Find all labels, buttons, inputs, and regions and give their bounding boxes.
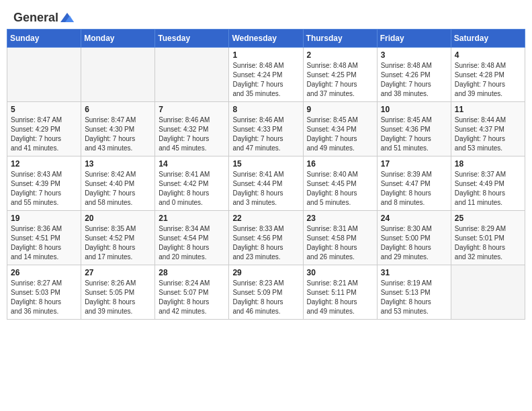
day-number: 13 bbox=[85, 159, 151, 169]
page-header: General bbox=[0, 0, 532, 29]
day-number: 4 bbox=[455, 50, 521, 60]
calendar-cell: 20Sunrise: 8:35 AMSunset: 4:52 PMDayligh… bbox=[81, 211, 155, 265]
calendar-week-row: 5Sunrise: 8:47 AMSunset: 4:29 PMDaylight… bbox=[7, 102, 525, 156]
day-number: 18 bbox=[455, 159, 521, 169]
day-number: 8 bbox=[232, 105, 299, 114]
day-number: 24 bbox=[381, 214, 447, 223]
weekday-header-saturday: Saturday bbox=[451, 30, 525, 48]
calendar-cell: 22Sunrise: 8:33 AMSunset: 4:56 PMDayligh… bbox=[229, 211, 303, 265]
day-number: 27 bbox=[85, 268, 151, 277]
calendar-header-row: SundayMondayTuesdayWednesdayThursdayFrid… bbox=[7, 30, 525, 48]
calendar-cell: 19Sunrise: 8:36 AMSunset: 4:51 PMDayligh… bbox=[7, 211, 81, 265]
day-number: 10 bbox=[381, 105, 447, 114]
calendar-cell bbox=[7, 48, 81, 102]
calendar-cell: 25Sunrise: 8:29 AMSunset: 5:01 PMDayligh… bbox=[451, 211, 525, 265]
calendar-cell: 30Sunrise: 8:21 AMSunset: 5:11 PMDayligh… bbox=[303, 265, 377, 320]
day-number: 1 bbox=[232, 50, 299, 60]
calendar-cell: 31Sunrise: 8:19 AMSunset: 5:13 PMDayligh… bbox=[377, 265, 451, 320]
day-info: Sunrise: 8:39 AMSunset: 4:47 PMDaylight:… bbox=[381, 170, 447, 208]
day-info: Sunrise: 8:35 AMSunset: 4:52 PMDaylight:… bbox=[85, 224, 151, 262]
weekday-header-wednesday: Wednesday bbox=[229, 30, 303, 48]
day-number: 29 bbox=[232, 268, 299, 277]
weekday-header-thursday: Thursday bbox=[303, 30, 377, 48]
calendar-cell: 14Sunrise: 8:41 AMSunset: 4:42 PMDayligh… bbox=[155, 156, 229, 211]
day-info: Sunrise: 8:48 AMSunset: 4:24 PMDaylight:… bbox=[232, 61, 299, 99]
day-info: Sunrise: 8:47 AMSunset: 4:29 PMDaylight:… bbox=[11, 116, 77, 153]
day-number: 30 bbox=[307, 268, 373, 277]
calendar-week-row: 12Sunrise: 8:43 AMSunset: 4:39 PMDayligh… bbox=[7, 156, 525, 211]
day-number: 2 bbox=[307, 50, 373, 60]
day-number: 15 bbox=[232, 159, 299, 169]
calendar-cell: 17Sunrise: 8:39 AMSunset: 4:47 PMDayligh… bbox=[377, 156, 451, 211]
weekday-header-tuesday: Tuesday bbox=[155, 30, 229, 48]
day-info: Sunrise: 8:48 AMSunset: 4:25 PMDaylight:… bbox=[307, 61, 373, 99]
day-number: 9 bbox=[307, 105, 373, 114]
weekday-header-sunday: Sunday bbox=[7, 30, 81, 48]
day-number: 11 bbox=[455, 105, 521, 114]
day-info: Sunrise: 8:41 AMSunset: 4:44 PMDaylight:… bbox=[232, 170, 299, 208]
calendar-cell bbox=[155, 48, 229, 102]
day-number: 16 bbox=[307, 159, 373, 169]
calendar-cell bbox=[451, 265, 525, 320]
day-info: Sunrise: 8:45 AMSunset: 4:36 PMDaylight:… bbox=[381, 116, 447, 153]
day-info: Sunrise: 8:27 AMSunset: 5:03 PMDaylight:… bbox=[11, 279, 77, 316]
day-info: Sunrise: 8:30 AMSunset: 5:00 PMDaylight:… bbox=[381, 224, 447, 262]
calendar-cell: 26Sunrise: 8:27 AMSunset: 5:03 PMDayligh… bbox=[7, 265, 81, 320]
day-info: Sunrise: 8:40 AMSunset: 4:45 PMDaylight:… bbox=[307, 170, 373, 208]
day-info: Sunrise: 8:33 AMSunset: 4:56 PMDaylight:… bbox=[232, 224, 299, 262]
calendar-table: SundayMondayTuesdayWednesdayThursdayFrid… bbox=[7, 29, 525, 320]
calendar-cell: 15Sunrise: 8:41 AMSunset: 4:44 PMDayligh… bbox=[229, 156, 303, 211]
calendar-cell: 7Sunrise: 8:46 AMSunset: 4:32 PMDaylight… bbox=[155, 102, 229, 156]
day-number: 14 bbox=[159, 159, 225, 169]
logo-icon bbox=[60, 13, 74, 22]
calendar-week-row: 1Sunrise: 8:48 AMSunset: 4:24 PMDaylight… bbox=[7, 48, 525, 102]
day-number: 3 bbox=[381, 50, 447, 60]
day-number: 6 bbox=[85, 105, 151, 114]
calendar-cell: 8Sunrise: 8:46 AMSunset: 4:33 PMDaylight… bbox=[229, 102, 303, 156]
day-number: 25 bbox=[455, 214, 521, 223]
calendar-wrapper: SundayMondayTuesdayWednesdayThursdayFrid… bbox=[0, 29, 532, 326]
day-info: Sunrise: 8:43 AMSunset: 4:39 PMDaylight:… bbox=[11, 170, 77, 208]
day-info: Sunrise: 8:46 AMSunset: 4:33 PMDaylight:… bbox=[232, 116, 299, 153]
calendar-cell: 16Sunrise: 8:40 AMSunset: 4:45 PMDayligh… bbox=[303, 156, 377, 211]
day-number: 22 bbox=[232, 214, 299, 223]
day-info: Sunrise: 8:41 AMSunset: 4:42 PMDaylight:… bbox=[159, 170, 225, 208]
day-number: 28 bbox=[159, 268, 225, 277]
day-number: 5 bbox=[11, 105, 77, 114]
calendar-cell: 5Sunrise: 8:47 AMSunset: 4:29 PMDaylight… bbox=[7, 102, 81, 156]
calendar-cell: 24Sunrise: 8:30 AMSunset: 5:00 PMDayligh… bbox=[377, 211, 451, 265]
calendar-week-row: 19Sunrise: 8:36 AMSunset: 4:51 PMDayligh… bbox=[7, 211, 525, 265]
day-info: Sunrise: 8:42 AMSunset: 4:40 PMDaylight:… bbox=[85, 170, 151, 208]
day-number: 21 bbox=[159, 214, 225, 223]
calendar-cell: 6Sunrise: 8:47 AMSunset: 4:30 PMDaylight… bbox=[81, 102, 155, 156]
calendar-cell: 18Sunrise: 8:37 AMSunset: 4:49 PMDayligh… bbox=[451, 156, 525, 211]
calendar-cell: 3Sunrise: 8:48 AMSunset: 4:26 PMDaylight… bbox=[377, 48, 451, 102]
day-info: Sunrise: 8:24 AMSunset: 5:07 PMDaylight:… bbox=[159, 279, 225, 316]
day-number: 12 bbox=[11, 159, 77, 169]
day-number: 20 bbox=[85, 214, 151, 223]
day-info: Sunrise: 8:21 AMSunset: 5:11 PMDaylight:… bbox=[307, 279, 373, 316]
day-info: Sunrise: 8:37 AMSunset: 4:49 PMDaylight:… bbox=[455, 170, 521, 208]
day-number: 23 bbox=[307, 214, 373, 223]
day-info: Sunrise: 8:44 AMSunset: 4:37 PMDaylight:… bbox=[455, 116, 521, 153]
calendar-cell: 27Sunrise: 8:26 AMSunset: 5:05 PMDayligh… bbox=[81, 265, 155, 320]
calendar-cell: 23Sunrise: 8:31 AMSunset: 4:58 PMDayligh… bbox=[303, 211, 377, 265]
logo-general-text: General bbox=[13, 11, 58, 25]
day-number: 26 bbox=[11, 268, 77, 277]
calendar-cell: 28Sunrise: 8:24 AMSunset: 5:07 PMDayligh… bbox=[155, 265, 229, 320]
day-number: 17 bbox=[381, 159, 447, 169]
calendar-cell bbox=[81, 48, 155, 102]
calendar-cell: 29Sunrise: 8:23 AMSunset: 5:09 PMDayligh… bbox=[229, 265, 303, 320]
day-info: Sunrise: 8:48 AMSunset: 4:26 PMDaylight:… bbox=[381, 61, 447, 99]
day-info: Sunrise: 8:26 AMSunset: 5:05 PMDaylight:… bbox=[85, 279, 151, 316]
day-info: Sunrise: 8:34 AMSunset: 4:54 PMDaylight:… bbox=[159, 224, 225, 262]
day-number: 19 bbox=[11, 214, 77, 223]
calendar-cell: 2Sunrise: 8:48 AMSunset: 4:25 PMDaylight… bbox=[303, 48, 377, 102]
day-number: 31 bbox=[381, 268, 447, 277]
calendar-week-row: 26Sunrise: 8:27 AMSunset: 5:03 PMDayligh… bbox=[7, 265, 525, 320]
weekday-header-friday: Friday bbox=[377, 30, 451, 48]
calendar-cell: 12Sunrise: 8:43 AMSunset: 4:39 PMDayligh… bbox=[7, 156, 81, 211]
day-info: Sunrise: 8:23 AMSunset: 5:09 PMDaylight:… bbox=[232, 279, 299, 316]
calendar-cell: 9Sunrise: 8:45 AMSunset: 4:34 PMDaylight… bbox=[303, 102, 377, 156]
day-info: Sunrise: 8:19 AMSunset: 5:13 PMDaylight:… bbox=[381, 279, 447, 316]
